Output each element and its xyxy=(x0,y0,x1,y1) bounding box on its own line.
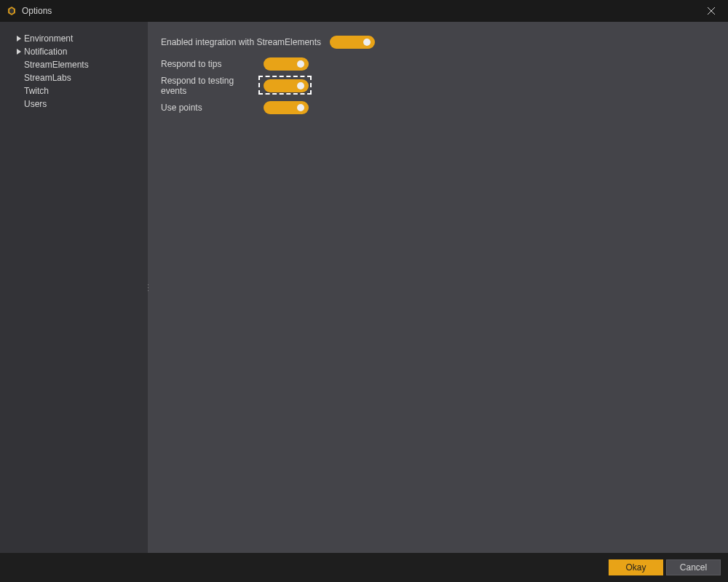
sidebar-item-users[interactable]: Users xyxy=(0,97,148,110)
setting-label: Enabled integration with StreamElements xyxy=(161,37,321,47)
sidebar-item-label: Twitch xyxy=(24,86,49,96)
setting-label: Use points xyxy=(161,103,258,113)
setting-row: Respond to testing events xyxy=(161,79,715,93)
sidebar-item-notification[interactable]: Notification xyxy=(0,45,148,57)
sidebar-item-label: Notification xyxy=(24,47,67,57)
sidebar: Environment Notification StreamElements … xyxy=(0,22,148,553)
cancel-button[interactable]: Cancel xyxy=(666,559,721,575)
main-panel: Enabled integration with StreamElements … xyxy=(148,22,728,553)
chevron-right-icon xyxy=(15,47,23,55)
sidebar-item-label: Users xyxy=(24,99,47,109)
setting-row: Respond to tips xyxy=(161,57,715,71)
chevron-right-icon xyxy=(15,34,23,42)
toggle-respond-tips[interactable] xyxy=(264,57,309,71)
sidebar-item-label: Environment xyxy=(24,33,73,44)
close-button[interactable] xyxy=(700,0,722,22)
sidebar-item-streamlabs[interactable]: StreamLabs xyxy=(0,71,148,84)
setting-label: Respond to testing events xyxy=(161,76,258,96)
sidebar-item-streamelements[interactable]: StreamElements xyxy=(0,58,148,71)
okay-button[interactable]: Okay xyxy=(609,559,663,575)
svg-marker-4 xyxy=(17,36,21,41)
sidebar-item-twitch[interactable]: Twitch xyxy=(0,84,148,97)
setting-row: Use points xyxy=(161,100,715,115)
svg-marker-5 xyxy=(17,49,21,55)
setting-label: Respond to tips xyxy=(161,59,258,69)
sidebar-item-environment[interactable]: Environment xyxy=(0,32,148,44)
titlebar: Options xyxy=(0,0,728,22)
footer: Okay Cancel xyxy=(0,553,728,582)
setting-row: Enabled integration with StreamElements xyxy=(161,35,715,49)
sidebar-item-label: StreamElements xyxy=(24,60,89,70)
sidebar-item-label: StreamLabs xyxy=(24,73,71,83)
toggle-use-points[interactable] xyxy=(264,101,309,114)
app-icon xyxy=(6,5,17,17)
toggle-enabled-integration[interactable] xyxy=(330,36,375,49)
toggle-respond-testing-events[interactable] xyxy=(264,79,309,92)
splitter-handle[interactable] xyxy=(146,280,150,295)
window-title: Options xyxy=(22,6,52,16)
